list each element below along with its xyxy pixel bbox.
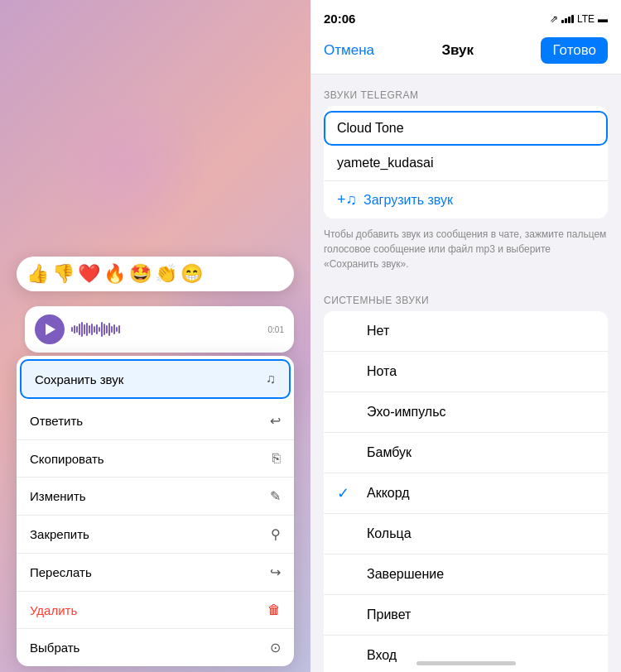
select-label: Выбрать xyxy=(30,641,79,655)
status-icons: ⇗ LTE ▬ xyxy=(550,13,608,25)
reaction-clap[interactable]: 👏 xyxy=(155,263,177,285)
reply-icon: ↩ xyxy=(270,413,281,429)
yamete-label: yamete_kudasai xyxy=(337,156,434,170)
delete-icon: 🗑 xyxy=(267,602,281,617)
system-item-akkord[interactable]: ✓ Аккорд xyxy=(324,473,608,514)
nav-bar: Отмена Звук Готово xyxy=(310,31,621,74)
none-label: Нет xyxy=(367,324,389,338)
system-item-bambuk[interactable]: ✓ Бамбук xyxy=(324,433,608,473)
pin-label: Закрепить xyxy=(30,527,89,541)
system-item-finish[interactable]: ✓ Завершение xyxy=(324,554,608,595)
status-bar: 20:06 ⇗ LTE ▬ xyxy=(310,0,621,31)
battery-icon: ▬ xyxy=(598,13,608,25)
system-sounds-label: СИСТЕМНЫЕ ЗВУКИ xyxy=(310,280,621,311)
right-home-indicator xyxy=(310,661,621,665)
bambuk-label: Бамбук xyxy=(367,445,412,460)
reaction-fire[interactable]: 🔥 xyxy=(104,263,126,285)
lte-label: LTE xyxy=(577,13,595,25)
context-menu: Сохранить звук ♫ Ответить ↩ Скопировать … xyxy=(17,356,294,666)
system-item-nota[interactable]: ✓ Нота xyxy=(324,352,608,392)
telegram-sounds-list: Cloud Tone yamete_kudasai +♫ Загрузить з… xyxy=(324,106,608,218)
context-menu-reply[interactable]: Ответить ↩ xyxy=(17,402,294,440)
sound-settings-scroll[interactable]: ЗВУКИ TELEGRAM Cloud Tone yamete_kudasai… xyxy=(310,74,621,672)
copy-icon: ⎘ xyxy=(272,451,281,466)
context-menu-delete[interactable]: Удалить 🗑 xyxy=(17,592,294,629)
message-bubble: 0:01 xyxy=(25,306,294,353)
context-menu-forward[interactable]: Переслать ↪ xyxy=(17,554,294,592)
reaction-bar[interactable]: 👍 👎 ❤️ 🔥 🤩 👏 😁 xyxy=(17,257,294,291)
upload-label: Загрузить звук xyxy=(363,193,453,208)
sound-item-yamete[interactable]: yamete_kudasai xyxy=(324,146,608,181)
reaction-thumbsdown[interactable]: 👎 xyxy=(52,263,75,285)
reaction-thumbsup[interactable]: 👍 xyxy=(26,263,49,285)
forward-icon: ↪ xyxy=(270,564,281,580)
context-menu-select[interactable]: Выбрать ⊙ xyxy=(17,629,294,666)
select-icon: ⊙ xyxy=(270,640,281,655)
done-button[interactable]: Готово xyxy=(541,37,608,64)
save-label: Сохранить звук xyxy=(35,372,123,386)
delete-label: Удалить xyxy=(30,603,77,617)
reaction-star-eyes[interactable]: 🤩 xyxy=(129,263,152,285)
edit-icon: ✎ xyxy=(270,488,281,504)
info-text: Чтобы добавить звук из сообщения в чате,… xyxy=(310,218,621,280)
copy-label: Скопировать xyxy=(30,452,104,466)
forward-label: Переслать xyxy=(30,565,92,579)
cloud-tone-label: Cloud Tone xyxy=(337,121,404,136)
system-item-none[interactable]: ✓ Нет xyxy=(324,311,608,352)
system-item-enter[interactable]: ✓ Вход xyxy=(324,636,608,672)
system-item-rings[interactable]: ✓ Кольца xyxy=(324,514,608,554)
context-menu-save[interactable]: Сохранить звук ♫ xyxy=(20,359,291,399)
system-item-hi[interactable]: ✓ Привет xyxy=(324,595,608,636)
rings-label: Кольца xyxy=(367,526,412,541)
context-menu-copy[interactable]: Скопировать ⎘ xyxy=(17,440,294,478)
pin-icon: ⚲ xyxy=(271,526,281,542)
left-panel: 👍 👎 ❤️ 🔥 🤩 👏 😁 xyxy=(0,0,310,672)
telegram-sounds-label: ЗВУКИ TELEGRAM xyxy=(310,74,621,106)
play-button[interactable] xyxy=(35,314,65,344)
nota-label: Нота xyxy=(367,364,397,379)
check-akkord: ✓ xyxy=(337,484,354,502)
waveform xyxy=(71,319,262,339)
reaction-heart[interactable]: ❤️ xyxy=(78,263,100,285)
cancel-button[interactable]: Отмена xyxy=(324,42,374,59)
system-sounds-list: ✓ Нет ✓ Нота ✓ Эхо-импульс ✓ Бамбук ✓ Ак… xyxy=(324,311,608,672)
signal-bars xyxy=(561,15,574,23)
location-icon: ⇗ xyxy=(550,13,558,25)
edit-label: Изменить xyxy=(30,489,86,503)
akkord-label: Аккорд xyxy=(367,486,410,501)
upload-sound-item[interactable]: +♫ Загрузить звук xyxy=(324,181,608,218)
reaction-grin[interactable]: 😁 xyxy=(181,263,203,285)
echo-label: Эхо-импульс xyxy=(367,405,445,420)
reply-label: Ответить xyxy=(30,414,83,428)
context-menu-pin[interactable]: Закрепить ⚲ xyxy=(17,516,294,554)
sound-item-cloud-tone[interactable]: Cloud Tone xyxy=(324,111,608,146)
system-item-echo[interactable]: ✓ Эхо-импульс xyxy=(324,392,608,433)
nav-title: Звук xyxy=(441,42,474,59)
context-menu-edit[interactable]: Изменить ✎ xyxy=(17,478,294,516)
audio-duration: 0:01 xyxy=(268,325,284,334)
status-time: 20:06 xyxy=(324,12,355,26)
save-icon: ♫ xyxy=(266,372,276,386)
right-panel: 20:06 ⇗ LTE ▬ Отмена Звук Готово ЗВУКИ T… xyxy=(310,0,621,672)
hi-label: Привет xyxy=(367,607,411,622)
finish-label: Завершение xyxy=(367,567,444,582)
upload-icon: +♫ xyxy=(337,191,357,209)
